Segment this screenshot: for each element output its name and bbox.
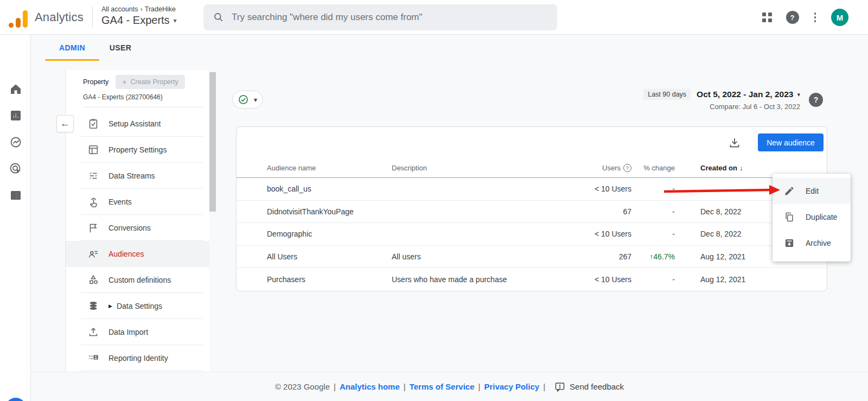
table-row-all-users[interactable]: All Users All users 267 ↑46.7% Aug 12, 2… (237, 246, 827, 269)
sidebar-item-data-import[interactable]: Data Import (66, 319, 209, 345)
change-value: - (631, 184, 675, 193)
new-audience-button[interactable]: New audience (758, 133, 824, 151)
change-value: - (631, 230, 675, 238)
audience-name[interactable]: DidnotvisitThankYouPage (267, 207, 392, 216)
table-row-demographic[interactable]: Demographic < 10 Users - Dec 8, 2022 (237, 223, 827, 246)
column-header-percent-change[interactable]: % change (631, 164, 675, 172)
conversions-flag-icon (87, 222, 99, 234)
audience-table-header: Audience name Description Users ? % chan… (237, 158, 827, 178)
collapse-panel-button[interactable]: ← (56, 115, 74, 132)
audience-name[interactable]: Purchasers (267, 275, 392, 284)
users-value: 67 (565, 207, 631, 216)
reporting-identity-icon (87, 352, 99, 364)
sidebar-item-setup-assistant[interactable]: Setup Assistant (66, 111, 209, 137)
menu-item-edit[interactable]: Edit (773, 178, 851, 204)
question-tooltip-icon[interactable]: ? (623, 164, 631, 172)
expand-caret-icon[interactable]: ▶ (108, 303, 112, 309)
tab-user[interactable]: USER (103, 43, 138, 52)
download-icon (727, 136, 742, 150)
footer-link-analytics-home[interactable]: Analytics home (340, 382, 400, 391)
column-header-created-on[interactable]: Created on↓ (675, 164, 827, 172)
sort-desc-icon: ↓ (739, 164, 743, 172)
users-value: < 10 Users (565, 230, 631, 238)
audience-name[interactable]: All Users (267, 252, 392, 261)
advertising-target-icon (9, 162, 22, 175)
column-header-description[interactable]: Description (392, 164, 565, 172)
table-row-book-call-us[interactable]: book_call_us < 10 Users - (237, 178, 827, 201)
date-range-picker[interactable]: Last 90 days Oct 5, 2022 - Jan 2, 2023 ▾… (570, 89, 800, 111)
menu-item-duplicate[interactable]: Duplicate (773, 204, 851, 230)
sidebar-item-advertising[interactable] (9, 162, 23, 176)
footer-link-terms-of-service[interactable]: Terms of Service (410, 382, 475, 391)
help-icon[interactable]: ? (809, 93, 823, 107)
divider (92, 7, 93, 28)
chevron-down-icon: ▾ (254, 96, 257, 104)
sidebar-item-data-streams[interactable]: Data Streams (66, 163, 209, 189)
property-selector[interactable]: GA4 - Experts ▾ (101, 14, 177, 27)
data-settings-icon (87, 300, 99, 312)
analytics-logo[interactable]: Analytics (8, 7, 89, 28)
chevron-right-icon: › (140, 5, 142, 13)
sidebar-item-library[interactable] (9, 188, 23, 202)
audience-description: Users who have made a purchase (392, 275, 565, 284)
more-vertical-icon[interactable] (812, 10, 819, 24)
date-range-value: Oct 5, 2022 - Jan 2, 2023 (697, 90, 793, 99)
google-analytics-logo-icon (8, 7, 30, 28)
breadcrumb-all-accounts[interactable]: All accounts (101, 5, 138, 13)
audience-description: All users (392, 252, 565, 261)
footer-link-privacy-policy[interactable]: Privacy Policy (484, 382, 539, 391)
sidebar-item-conversions[interactable]: Conversions (66, 215, 209, 241)
audiences-card: New audience Audience name Description U… (236, 126, 827, 291)
plus-icon: + (122, 78, 126, 86)
table-row-purchasers[interactable]: Purchasers Users who have made a purchas… (237, 268, 827, 291)
sidebar-item-data-settings[interactable]: ▶ Data Settings (66, 293, 209, 319)
edit-pencil-icon (784, 186, 795, 196)
check-circle-icon (238, 94, 248, 105)
data-import-upload-icon (87, 326, 99, 338)
avatar[interactable]: M (831, 9, 848, 26)
help-icon[interactable]: ? (786, 11, 799, 24)
sidebar-item-reporting-identity[interactable]: Reporting Identity (66, 345, 209, 371)
sidebar-item-explore[interactable] (9, 135, 23, 149)
google-apps-grid-icon[interactable] (762, 12, 772, 22)
search-icon (213, 12, 224, 23)
sidebar-item-home[interactable] (9, 82, 23, 96)
download-button[interactable] (727, 136, 742, 150)
breadcrumb[interactable]: All accounts›TradeHike (101, 5, 177, 13)
audiences-icon (87, 248, 99, 260)
bar-chart-icon (9, 109, 22, 122)
account-breadcrumb: All accounts›TradeHike GA4 - Experts ▾ (101, 5, 177, 27)
audience-name[interactable]: book_call_us (267, 184, 392, 193)
global-search-bar[interactable] (203, 4, 557, 30)
create-property-button[interactable]: + Create Property (116, 75, 184, 89)
sidebar-item-audiences[interactable]: Audiences (66, 241, 209, 267)
data-streams-icon (87, 170, 99, 182)
send-feedback-button[interactable]: Send feedback (554, 381, 624, 392)
ga4-admin-screen: Analytics All accounts›TradeHike GA4 - E… (0, 0, 868, 401)
sidebar-item-custom-definitions[interactable]: Custom definitions (66, 267, 209, 293)
breadcrumb-account[interactable]: TradeHike (145, 5, 176, 13)
scrollbar-thumb[interactable] (209, 72, 216, 212)
created-value: Aug 12, 2021 (675, 275, 827, 284)
search-input[interactable] (232, 12, 547, 23)
row-context-menu: Edit Duplicate Archive (773, 174, 851, 262)
menu-item-archive[interactable]: Archive (773, 230, 851, 256)
admin-gear-button[interactable]: ⚙ (5, 398, 26, 401)
page-footer: © 2023 Google | Analytics home | Terms o… (31, 372, 868, 401)
sidebar-item-property-settings[interactable]: Property Settings (66, 137, 209, 163)
data-status-dropdown[interactable]: ▾ (232, 91, 263, 109)
date-compare-value: Compare: Jul 6 - Oct 3, 2022 (570, 103, 800, 111)
sidebar-item-events[interactable]: Events (66, 189, 209, 215)
table-row-didnotvisitthankyoupage[interactable]: DidnotvisitThankYouPage 67 - Dec 8, 2022 (237, 201, 827, 224)
custom-definitions-icon (87, 274, 99, 286)
column-header-users[interactable]: Users ? (565, 164, 631, 172)
tab-admin[interactable]: ADMIN (45, 43, 99, 61)
audience-name[interactable]: Demographic (267, 230, 392, 238)
events-icon (87, 196, 99, 208)
property-column: Property + Create Property GA4 - Experts… (65, 71, 209, 372)
left-nav-rail: ⚙ (0, 35, 31, 401)
column-header-audience-name[interactable]: Audience name (267, 164, 392, 172)
change-value: ↑46.7% (631, 252, 675, 261)
sidebar-item-reports[interactable] (9, 109, 23, 123)
chevron-down-icon: ▾ (174, 17, 177, 24)
